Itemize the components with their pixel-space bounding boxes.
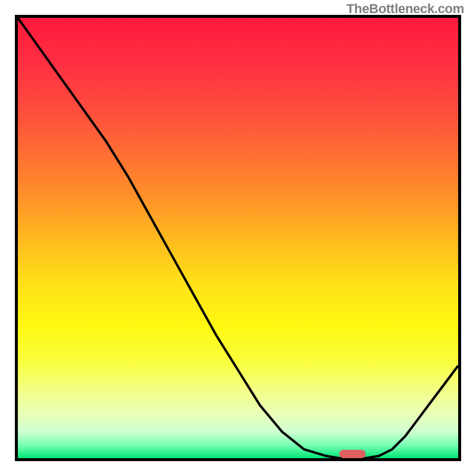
chart-frame: TheBottleneck.com bbox=[0, 0, 476, 476]
plot-border bbox=[15, 15, 461, 461]
